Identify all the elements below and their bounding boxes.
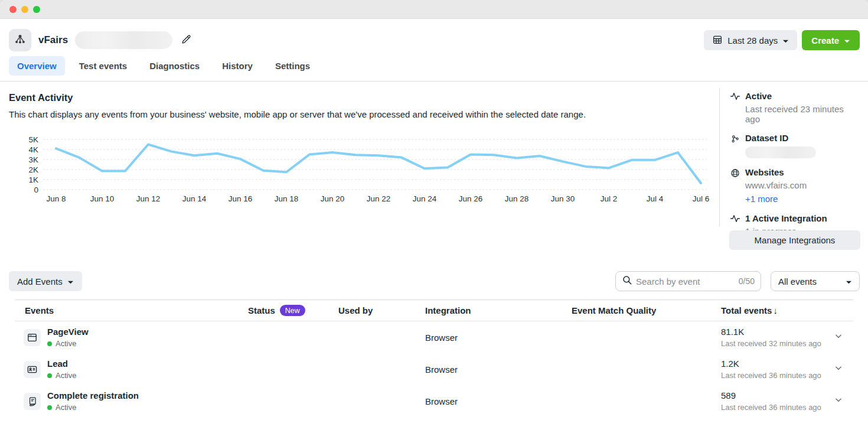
- svg-text:Jun 20: Jun 20: [321, 194, 345, 203]
- last-received: Last received 36 minutes ago: [721, 371, 828, 380]
- section-description: This chart displays any events from your…: [9, 109, 712, 119]
- websites-item: Websites www.vfairs.com +1 more: [730, 167, 860, 204]
- col-events: Events: [25, 305, 54, 315]
- svg-text:Jun 30: Jun 30: [551, 194, 575, 203]
- expand-row-button[interactable]: [834, 332, 853, 343]
- status-title: Active: [745, 91, 860, 101]
- add-events-label: Add Events: [17, 276, 63, 287]
- active-status-dot: [47, 341, 52, 346]
- date-range-button[interactable]: Last 28 days: [704, 30, 797, 50]
- pencil-icon: [181, 34, 192, 47]
- new-badge: New: [280, 305, 305, 316]
- maximize-window-icon[interactable]: [33, 6, 40, 13]
- svg-text:2K: 2K: [28, 165, 38, 174]
- tabs-divider: [0, 81, 868, 82]
- svg-text:Jun 12: Jun 12: [136, 194, 161, 203]
- event-status: Active: [56, 403, 76, 412]
- tab-test-events[interactable]: Test events: [71, 56, 135, 76]
- date-range-label: Last 28 days: [727, 35, 778, 45]
- event-name: Lead: [47, 359, 76, 369]
- manage-integrations-button[interactable]: Manage Integrations: [729, 230, 860, 250]
- col-integration: Integration: [425, 305, 471, 315]
- event-search-box: 0/50: [615, 271, 761, 291]
- dataset-id-item: Dataset ID: [730, 133, 860, 158]
- search-icon: [622, 275, 632, 288]
- minimize-window-icon[interactable]: [21, 6, 28, 13]
- svg-text:Jul 4: Jul 4: [647, 194, 664, 203]
- id-card-icon: [24, 361, 41, 378]
- website-url: www.vfairs.com: [745, 180, 807, 190]
- calendar-icon: [712, 34, 723, 47]
- integration-value: Browser: [425, 396, 572, 406]
- last-received: Last received 36 minutes ago: [721, 403, 828, 412]
- events-manager-app: vFairs Last 28 days Create: [0, 19, 868, 446]
- tab-diagnostics[interactable]: Diagnostics: [141, 56, 208, 76]
- svg-text:Jun 16: Jun 16: [229, 194, 253, 203]
- svg-text:Jun 26: Jun 26: [459, 194, 483, 203]
- integration-value: Browser: [425, 333, 572, 343]
- redacted-dataset-id: [745, 147, 816, 158]
- active-status-dot: [47, 405, 52, 410]
- svg-text:Jun 18: Jun 18: [275, 194, 299, 203]
- event-filter-select[interactable]: All events: [771, 271, 860, 291]
- svg-text:3K: 3K: [28, 155, 38, 164]
- globe-icon: [730, 167, 740, 204]
- caret-down-icon: [846, 276, 852, 287]
- search-input[interactable]: [636, 276, 735, 287]
- tab-overview[interactable]: Overview: [9, 56, 65, 76]
- event-status: Active: [56, 371, 76, 380]
- svg-text:Jul 2: Jul 2: [601, 194, 618, 203]
- svg-text:4K: 4K: [28, 145, 38, 154]
- event-activity-section: Event Activity This chart displays any e…: [9, 92, 712, 207]
- col-total-events[interactable]: Total events: [721, 305, 772, 315]
- dataset-avatar: [9, 29, 31, 51]
- expand-row-button[interactable]: [834, 364, 853, 375]
- total-events-value: 1.2K: [721, 359, 828, 369]
- active-status-dot: [47, 373, 52, 378]
- dataset-icon: [14, 32, 27, 48]
- tab-history[interactable]: History: [214, 56, 261, 76]
- create-button[interactable]: Create: [802, 30, 860, 50]
- app-window: vFairs Last 28 days Create: [0, 0, 868, 446]
- table-row-pageview[interactable]: PageView Active Browser 81.1K Last recei…: [15, 321, 853, 353]
- svg-text:0: 0: [34, 185, 38, 194]
- svg-text:Jun 14: Jun 14: [182, 194, 207, 203]
- sort-descending-icon[interactable]: ↓: [773, 305, 778, 315]
- col-used-by: Used by: [338, 305, 373, 315]
- events-table-header: Events Status New Used by Integration Ev…: [15, 299, 853, 321]
- svg-text:Jun 28: Jun 28: [505, 194, 529, 203]
- close-window-icon[interactable]: [9, 6, 17, 13]
- table-row-complete-registration[interactable]: Complete registration Active Browser 589…: [15, 385, 853, 417]
- integration-value: Browser: [425, 364, 572, 375]
- col-event-match-quality: Event Match Quality: [572, 305, 656, 315]
- expand-row-button[interactable]: [834, 396, 853, 406]
- edit-name-button[interactable]: [180, 32, 193, 48]
- add-events-button[interactable]: Add Events: [9, 271, 82, 291]
- svg-text:Jun 8: Jun 8: [46, 194, 66, 203]
- svg-text:1K: 1K: [28, 175, 38, 184]
- svg-text:Jun 10: Jun 10: [90, 194, 115, 203]
- event-activity-chart: 01K2K3K4K5KJun 8Jun 10Jun 12Jun 14Jun 16…: [9, 132, 712, 204]
- svg-text:Jun 24: Jun 24: [413, 194, 437, 203]
- events-table: Events Status New Used by Integration Ev…: [15, 299, 853, 417]
- caret-down-icon: [67, 276, 74, 287]
- websites-title: Websites: [745, 167, 807, 177]
- create-label: Create: [811, 35, 839, 45]
- svg-text:Jun 22: Jun 22: [367, 194, 391, 203]
- col-status: Status: [248, 305, 275, 315]
- event-name: Complete registration: [47, 390, 139, 401]
- tab-settings[interactable]: Settings: [267, 56, 318, 76]
- event-filter-value: All events: [778, 276, 817, 287]
- svg-text:Jul 6: Jul 6: [693, 194, 710, 203]
- caret-down-icon: [844, 35, 850, 45]
- more-websites-link[interactable]: +1 more: [745, 194, 778, 204]
- sidebar-divider: [719, 89, 720, 226]
- tab-bar: Overview Test events Diagnostics History…: [9, 56, 318, 76]
- page-title: vFairs: [38, 34, 68, 46]
- section-title: Event Activity: [9, 92, 712, 103]
- dataset-info-sidebar: Active Last received 23 minutes ago Data…: [730, 91, 860, 245]
- caret-down-icon: [782, 35, 789, 45]
- chevron-down-icon: [834, 332, 843, 343]
- pulse-icon: [730, 91, 740, 124]
- table-row-lead[interactable]: Lead Active Browser 1.2K Last received 3…: [15, 353, 853, 385]
